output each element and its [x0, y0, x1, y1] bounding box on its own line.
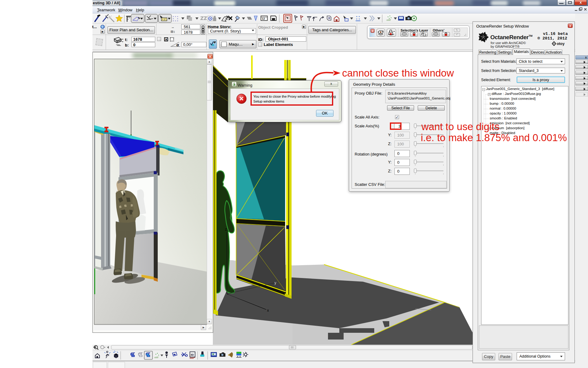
svg-text:α: α: [176, 43, 179, 47]
svg-text:y: y: [274, 281, 276, 285]
svg-text:3D: 3D: [190, 353, 194, 356]
svg-text:12: 12: [262, 17, 265, 20]
svg-text:z: z: [225, 227, 227, 231]
svg-text:x: x: [267, 308, 269, 313]
svg-text:otoy: otoy: [557, 42, 565, 46]
